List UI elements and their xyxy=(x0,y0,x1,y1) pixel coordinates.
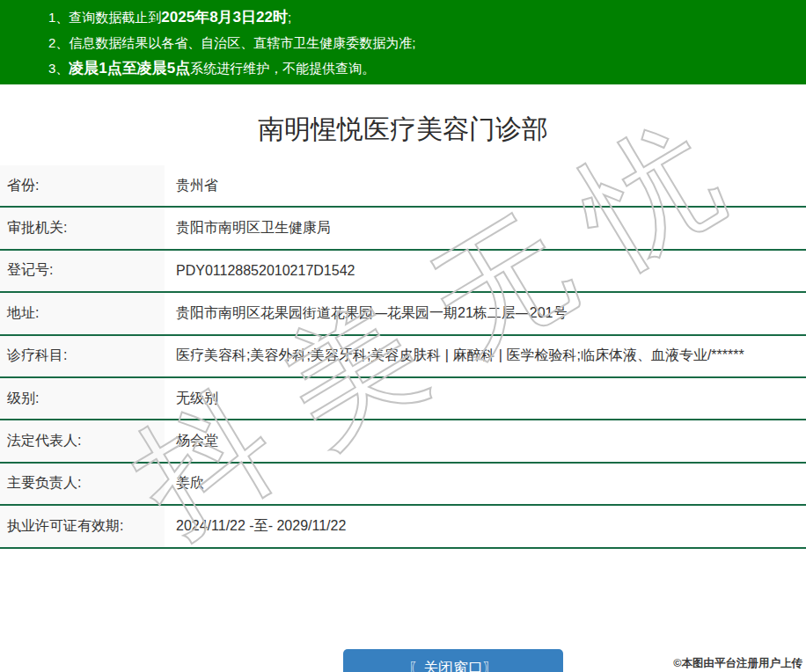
notice-text-bold: 2025年8月3日22时 xyxy=(161,9,288,26)
row-label: 登记号: xyxy=(0,251,165,291)
row-label: 执业许可证有效期: xyxy=(0,506,165,546)
row-label: 审批机关: xyxy=(0,208,165,248)
notice-text: 系统进行维护，不能提供查询。 xyxy=(190,61,375,76)
notice-banner: 1、查询数据截止到2025年8月3日22时; 2、信息数据结果以各省、自治区、直… xyxy=(0,0,806,84)
row-label: 省份: xyxy=(0,165,165,206)
copyright-note: ©本图由平台注册用户上传 xyxy=(673,656,802,671)
row-value: 杨会堂 xyxy=(165,420,806,461)
notice-text: 查询数据截止到 xyxy=(69,10,161,25)
row-label: 法定代表人: xyxy=(0,420,165,461)
table-row-license-validity: 执业许可证有效期: 2024/11/22 -至- 2029/11/22 xyxy=(0,506,806,548)
row-value: 姜欣 xyxy=(165,464,806,504)
table-row-address: 地址: 贵阳市南明区花果园街道花果园—花果园一期21栋二层—201号 xyxy=(0,293,806,335)
notice-text: 信息数据结果以各省、自治区、直辖市卫生健康委数据为准; xyxy=(69,35,415,50)
table-row-legal-representative: 法定代表人: 杨会堂 xyxy=(0,420,806,463)
row-value: 贵阳市南明区花果园街道花果园—花果园一期21栋二层—201号 xyxy=(165,293,806,333)
table-row-registration-number: 登记号: PDY01128852010217D1542 xyxy=(0,251,806,293)
table-row-approval-authority: 审批机关: 贵阳市南明区卫生健康局 xyxy=(0,208,806,250)
notice-item-3: 3、凌晨1点至凌晨5点系统进行维护，不能提供查询。 xyxy=(48,55,797,81)
row-label: 主要负责人: xyxy=(0,464,165,504)
notice-text: ; xyxy=(288,10,291,25)
row-label: 诊疗科目: xyxy=(0,336,165,376)
row-value: 医疗美容科;美容外科;美容牙科;美容皮肤科 | 麻醉科 | 医学检验科;临床体液… xyxy=(165,336,806,376)
license-query-result-page: 1、查询数据截止到2025年8月3日22时; 2、信息数据结果以各省、自治区、直… xyxy=(0,0,806,672)
row-value: 2024/11/22 -至- 2029/11/22 xyxy=(165,506,806,546)
notice-item-2: 2、信息数据结果以各省、自治区、直辖市卫生健康委数据为准; xyxy=(48,30,797,55)
row-value: 贵州省 xyxy=(165,165,806,206)
notice-item-1: 1、查询数据截止到2025年8月3日22时; xyxy=(48,4,797,30)
row-value: 无级别 xyxy=(165,378,806,419)
notice-number: 2、 xyxy=(48,35,69,50)
info-table: 省份: 贵州省 审批机关: 贵阳市南明区卫生健康局 登记号: PDY011288… xyxy=(0,165,806,549)
table-row-medical-subjects: 诊疗科目: 医疗美容科;美容外科;美容牙科;美容皮肤科 | 麻醉科 | 医学检验… xyxy=(0,336,806,378)
table-row-person-in-charge: 主要负责人: 姜欣 xyxy=(0,464,806,506)
notice-text-bold: 凌晨1点至凌晨5点 xyxy=(69,60,190,77)
table-row-province: 省份: 贵州省 xyxy=(0,165,806,208)
table-row-level: 级别: 无级别 xyxy=(0,378,806,420)
row-value: PDY01128852010217D1542 xyxy=(165,251,806,291)
page-title: 南明惺悦医疗美容门诊部 xyxy=(0,111,806,148)
row-value: 贵阳市南明区卫生健康局 xyxy=(165,208,806,248)
row-label: 级别: xyxy=(0,378,165,419)
notice-number: 1、 xyxy=(48,10,69,25)
row-label: 地址: xyxy=(0,293,165,333)
close-window-button[interactable]: 〖关闭窗口〗 xyxy=(343,649,563,672)
notice-number: 3、 xyxy=(48,61,69,76)
